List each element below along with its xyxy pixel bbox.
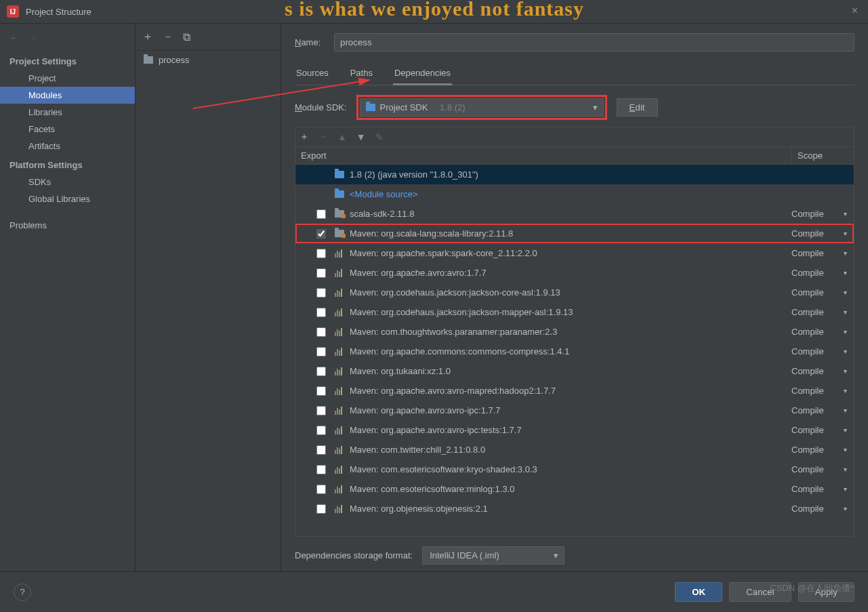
- move-down-icon[interactable]: ▼: [356, 131, 366, 142]
- library-icon: [335, 505, 342, 513]
- export-checkbox[interactable]: [316, 504, 326, 514]
- overlay-text: s is what we enjoyed not fantasy: [285, 0, 584, 20]
- section-project-settings: Project Settings: [0, 51, 135, 70]
- scope-select[interactable]: Compile: [791, 228, 854, 239]
- dep-row[interactable]: Maven: org.apache.spark:spark-core_2.11:…: [295, 243, 854, 263]
- nav-facets[interactable]: Facets: [0, 121, 135, 138]
- storage-select[interactable]: IntelliJ IDEA (.iml): [422, 546, 564, 565]
- scope-select[interactable]: Compile: [791, 425, 854, 435]
- dep-row[interactable]: Maven: org.apache.avro:avro-ipc:1.7.7Com…: [295, 401, 854, 420]
- move-up-icon[interactable]: ▲: [337, 131, 347, 142]
- library-icon: [335, 348, 342, 356]
- copy-module-icon[interactable]: ⧉: [183, 31, 190, 43]
- module-item-label: process: [159, 55, 190, 65]
- dep-row[interactable]: 1.8 (2) (java version "1.8.0_301"): [295, 165, 854, 184]
- export-col-head[interactable]: Export: [295, 147, 336, 164]
- dep-row[interactable]: Maven: com.esotericsoftware:minlog:1.3.0…: [295, 479, 854, 499]
- export-checkbox[interactable]: [316, 308, 326, 317]
- export-checkbox[interactable]: [316, 327, 326, 337]
- dep-row[interactable]: Maven: org.codehaus.jackson:jackson-core…: [295, 283, 854, 302]
- ok-button[interactable]: OK: [675, 582, 722, 602]
- export-checkbox[interactable]: [316, 445, 326, 455]
- export-checkbox[interactable]: [316, 485, 326, 494]
- dep-label: Maven: com.thoughtworks.paranamer:parana…: [350, 327, 791, 337]
- export-checkbox[interactable]: [316, 249, 326, 258]
- nav-modules[interactable]: Modules: [0, 87, 135, 104]
- nav-sdks[interactable]: SDKs: [0, 174, 135, 190]
- dep-row[interactable]: Maven: com.esotericsoftware:kryo-shaded:…: [295, 460, 854, 479]
- help-button[interactable]: ?: [14, 584, 31, 601]
- cancel-button[interactable]: Cancel: [729, 582, 791, 602]
- scope-select[interactable]: Compile: [791, 484, 854, 494]
- dep-row[interactable]: Maven: org.objenesis:objenesis:2.1Compil…: [295, 499, 854, 518]
- export-checkbox[interactable]: [316, 367, 326, 376]
- tab-paths[interactable]: Paths: [349, 64, 374, 85]
- dep-row[interactable]: Maven: org.apache.avro:avro-mapred:hadoo…: [295, 381, 854, 401]
- export-checkbox[interactable]: [316, 465, 326, 474]
- nav-fwd-icon[interactable]: →: [28, 33, 37, 43]
- library-icon: [335, 485, 342, 493]
- tab-sources[interactable]: Sources: [295, 64, 330, 85]
- name-input[interactable]: [334, 33, 854, 52]
- nav-back-icon[interactable]: ←: [9, 33, 18, 43]
- scope-select[interactable]: Compile: [791, 327, 854, 337]
- nav-global-libraries[interactable]: Global Libraries: [0, 190, 135, 207]
- dep-label: Maven: org.codehaus.jackson:jackson-core…: [350, 287, 791, 298]
- dep-row[interactable]: Maven: com.twitter:chill_2.11:0.8.0Compi…: [295, 440, 854, 460]
- library-icon: [335, 269, 342, 277]
- dep-row[interactable]: scala-sdk-2.11.8Compile: [295, 204, 854, 224]
- scope-select[interactable]: Compile: [791, 307, 854, 317]
- scope-col-head[interactable]: Scope: [791, 147, 854, 164]
- export-checkbox[interactable]: [316, 406, 326, 415]
- right-panel: Name: Sources Paths Dependencies Module …: [281, 24, 868, 571]
- export-checkbox[interactable]: [316, 229, 326, 239]
- scope-select[interactable]: Compile: [791, 268, 854, 278]
- edit-button[interactable]: Edit: [617, 98, 658, 117]
- dep-table[interactable]: Export Scope 1.8 (2) (java version "1.8.…: [295, 146, 854, 537]
- dep-row[interactable]: <Module source>: [295, 184, 854, 204]
- dep-row[interactable]: Maven: org.codehaus.jackson:jackson-mapp…: [295, 302, 854, 322]
- dep-row[interactable]: Maven: com.thoughtworks.paranamer:parana…: [295, 322, 854, 342]
- apply-button[interactable]: Apply: [798, 582, 854, 602]
- left-panel: ← → Project Settings Project Modules Lib…: [0, 24, 136, 571]
- close-icon[interactable]: ✕: [851, 5, 859, 16]
- nav-artifacts[interactable]: Artifacts: [0, 138, 135, 155]
- module-sdk-label: Module SDK:: [295, 102, 347, 113]
- scope-select[interactable]: Compile: [791, 464, 854, 474]
- dep-row[interactable]: Maven: org.apache.avro:avro-ipc:tests:1.…: [295, 420, 854, 440]
- export-checkbox[interactable]: [316, 288, 326, 298]
- export-checkbox[interactable]: [316, 347, 326, 356]
- library-icon: [335, 387, 342, 395]
- edit-dep-icon[interactable]: ✎: [375, 131, 384, 142]
- sdk-highlight-box: Project SDK 1.8 (2): [356, 95, 607, 120]
- dep-label: Maven: com.esotericsoftware:kryo-shaded:…: [350, 464, 791, 474]
- export-checkbox[interactable]: [316, 426, 326, 435]
- module-item-process[interactable]: process: [136, 51, 281, 69]
- dep-table-header: Export Scope: [295, 147, 854, 165]
- scope-select[interactable]: Compile: [791, 445, 854, 455]
- scope-select[interactable]: Compile: [791, 248, 854, 258]
- nav-problems[interactable]: Problems: [0, 217, 135, 234]
- dep-row[interactable]: Maven: org.apache.avro:avro:1.7.7Compile: [295, 263, 854, 283]
- scope-select[interactable]: Compile: [791, 346, 854, 356]
- scope-select[interactable]: Compile: [791, 287, 854, 298]
- dep-row[interactable]: Maven: org.tukaani:xz:1.0Compile: [295, 361, 854, 381]
- export-checkbox[interactable]: [316, 268, 326, 278]
- export-checkbox[interactable]: [316, 209, 326, 219]
- add-dep-icon[interactable]: ＋: [299, 131, 309, 143]
- export-checkbox[interactable]: [316, 386, 326, 396]
- remove-module-icon[interactable]: －: [163, 30, 173, 44]
- add-module-icon[interactable]: ＋: [142, 30, 153, 44]
- scope-select[interactable]: Compile: [791, 405, 854, 415]
- nav-project[interactable]: Project: [0, 70, 135, 87]
- nav-libraries[interactable]: Libraries: [0, 104, 135, 121]
- tab-dependencies[interactable]: Dependencies: [393, 64, 452, 85]
- scope-select[interactable]: Compile: [791, 504, 854, 514]
- scope-select[interactable]: Compile: [791, 366, 854, 376]
- remove-dep-icon[interactable]: －: [318, 131, 328, 143]
- scope-select[interactable]: Compile: [791, 386, 854, 396]
- dep-row[interactable]: Maven: org.apache.commons:commons-compre…: [295, 342, 854, 361]
- scope-select[interactable]: Compile: [791, 209, 854, 219]
- dep-row[interactable]: Maven: org.scala-lang:scala-library:2.11…: [295, 224, 854, 243]
- module-sdk-select[interactable]: Project SDK 1.8 (2): [360, 98, 604, 117]
